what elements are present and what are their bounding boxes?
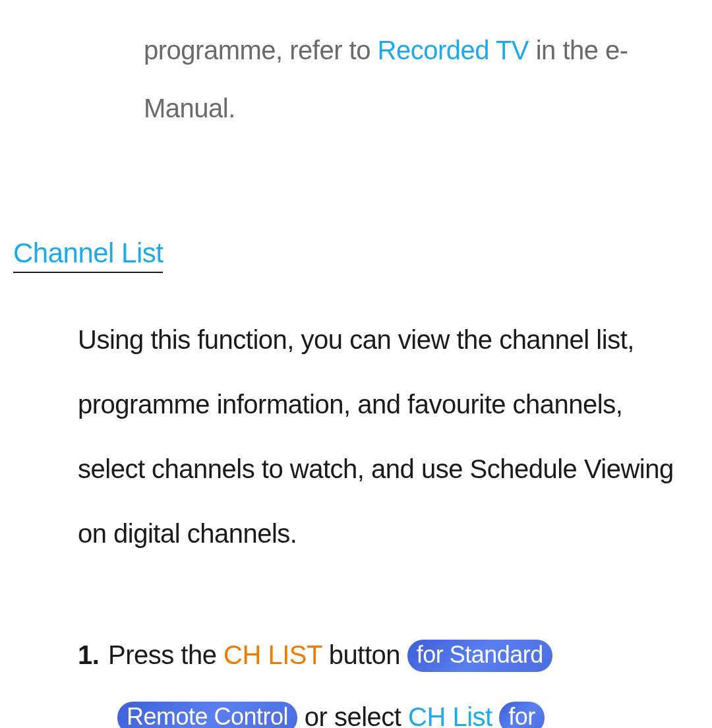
step-line-1: 1.Press the CH LIST button for Standard <box>78 624 699 686</box>
step-part1: Press the <box>108 640 223 669</box>
fragment-part1: programme, refer to <box>144 36 378 65</box>
ch-list-button-label: CH LIST <box>223 640 322 669</box>
step-1: 1.Press the CH LIST button for Standard … <box>78 624 699 728</box>
step-part3: or select <box>297 702 408 728</box>
step-part4 <box>492 702 500 728</box>
pill-for: for <box>499 702 545 728</box>
step-number: 1. <box>78 624 108 686</box>
step-part2: button <box>322 640 407 669</box>
fragment-text: programme, refer to Recorded TV in the e… <box>144 21 699 137</box>
pill-remote-control: Remote Control <box>117 702 297 728</box>
pill-for-standard: for Standard <box>407 640 552 672</box>
section-description: Using this function, you can view the ch… <box>78 307 686 566</box>
recorded-tv-link[interactable]: Recorded TV <box>378 36 529 65</box>
step-line-2: Remote Control or select CH List for <box>78 686 699 728</box>
ch-list-link[interactable]: CH List <box>408 702 492 728</box>
section-heading-channel-list: Channel List <box>13 237 163 273</box>
